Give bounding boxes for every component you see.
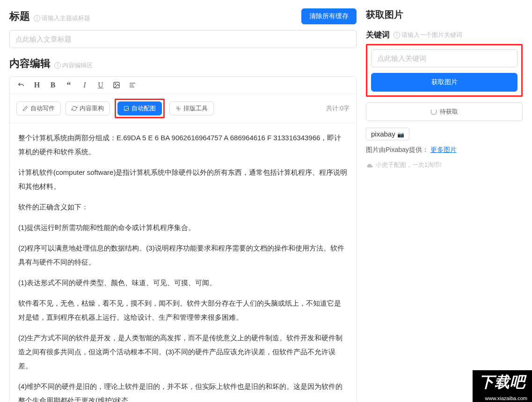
auto-image-button[interactable]: 自动配图 (117, 101, 162, 115)
paragraph: (4)维护不同的硬件是旧的，理论上软件是旧的，并不坏，但实际上软件也是旧的和坏的… (18, 380, 348, 402)
bold-icon[interactable]: B (48, 80, 58, 90)
word-count: 共计:0字 (326, 104, 350, 113)
quote-icon[interactable]: “ (64, 80, 73, 90)
pending-status-button[interactable]: 待获取 (366, 102, 523, 121)
align-icon[interactable] (128, 80, 137, 90)
editor-content[interactable]: 整个计算机系统由两部分组成：E.69DA 5 E 6 BA 9062616964… (10, 123, 356, 402)
watermark-logo: 下载吧 (473, 370, 532, 395)
paragraph: (2)生产方式不同的软件是开发，是人类智能的高发挥，而不是传统意义上的硬件制造。… (18, 331, 348, 373)
underline-icon[interactable]: U (96, 80, 105, 90)
italic-icon[interactable]: I (80, 80, 89, 90)
svg-point-1 (115, 84, 116, 85)
auto-image-highlight: 自动配图 (115, 99, 165, 118)
content-section-label: 内容编辑 (9, 57, 51, 71)
refresh-icon (72, 106, 77, 111)
paragraph: 软件看不见，无色，枯燥，看不见，摸不到，闻不到。软件大部分存在于人们的头脑或纸上… (18, 296, 348, 324)
paragraph: 整个计算机系统由两部分组成：E.69DA 5 E 6 BA 9062616964… (18, 131, 348, 159)
paragraph: (1)提供运行时所需功能和性能的命令或计算机程序集合。 (18, 221, 348, 235)
title-hint: i 请输入主题或标题 (34, 14, 90, 22)
footer-note: 小虎子配图，一次1淘币! (366, 161, 523, 169)
editor-box: H B “ I U 自动写作 内容重构 (9, 76, 357, 402)
keyword-input[interactable] (371, 49, 517, 67)
more-images-link[interactable]: 更多图片 (430, 146, 457, 153)
camera-icon: 📷 (397, 131, 404, 138)
main-panel: 标题 i 请输入主题或标题 清除所有缓存 内容编辑 i 内容编辑区 H (0, 0, 366, 402)
format-toolbar: H B “ I U (10, 77, 356, 94)
info-icon: i (394, 32, 400, 38)
auto-write-button[interactable]: 自动写作 (16, 101, 61, 115)
layout-icon (175, 106, 181, 111)
keyword-hint: i 请输入一个图片关键词 (394, 31, 462, 39)
watermark-url: www.xiazaiba.com (473, 395, 532, 402)
get-image-button[interactable]: 获取图片 (371, 73, 517, 92)
paragraph: 软件的正确含义如下： (18, 200, 348, 214)
keyword-label: 关键词 (366, 29, 390, 40)
svg-point-6 (178, 108, 179, 109)
info-icon: i (34, 15, 40, 22)
credit-line: 图片由Pixabay提供： 更多图片 (366, 146, 523, 154)
content-hint: i 内容编辑区 (54, 61, 93, 70)
keyword-highlight-box: 获取图片 (366, 44, 523, 97)
title-input[interactable] (9, 30, 357, 48)
paragraph: (1)表达形式不同的硬件类型、颜色、味道、可见、可摸、可闻。 (18, 276, 348, 290)
info-icon: i (54, 62, 61, 69)
image-icon[interactable] (112, 80, 121, 90)
paragraph: (2)程序可以满意地处理信息的数据结构。(3)说明程序功能要求和程序需要的文档的… (18, 241, 348, 269)
watermark: 下载吧 www.xiazaiba.com (473, 370, 532, 402)
get-image-title: 获取图片 (366, 8, 523, 21)
paragraph: 计算机软件(computer software)是指计算机系统中除硬件以外的所有… (18, 165, 348, 194)
cloud-icon (366, 162, 373, 168)
image-icon (124, 106, 129, 111)
undo-icon[interactable] (16, 80, 26, 90)
heading-icon[interactable]: H (32, 80, 42, 90)
layout-tool-button[interactable]: 排版工具 (169, 101, 214, 115)
title-section-label: 标题 (9, 9, 30, 23)
sidebar-panel: 获取图片 关键词 i 请输入一个图片关键词 获取图片 待获取 pixabay 📷 (366, 0, 532, 402)
restructure-button[interactable]: 内容重构 (66, 101, 110, 115)
pencil-icon (22, 106, 28, 111)
pixabay-badge: pixabay 📷 (366, 128, 409, 140)
clear-cache-button[interactable]: 清除所有缓存 (301, 8, 357, 24)
spinner-icon (430, 108, 437, 115)
